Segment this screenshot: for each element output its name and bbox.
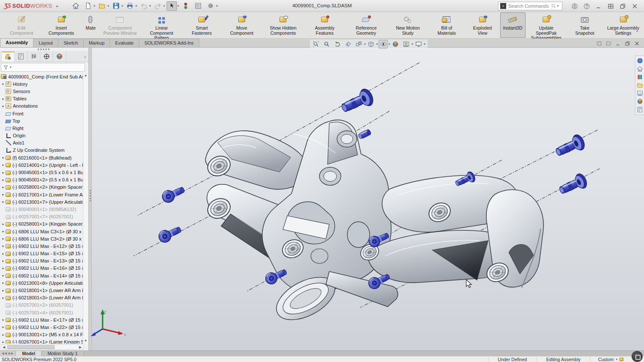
- tree-item[interactable]: ▸ (-) 60258001<2> (Kingpin Spacer): [1, 184, 83, 191]
- doc-close-icon[interactable]: [632, 40, 641, 47]
- design-library-icon[interactable]: [636, 73, 644, 81]
- options-icon[interactable]: [206, 1, 216, 11]
- restore-icon[interactable]: [617, 1, 629, 11]
- tree-item[interactable]: ▸ (-) 60214001<1> (Upright - Left - RX): [1, 161, 83, 169]
- previous-view-icon[interactable]: [333, 40, 342, 48]
- expand-arrow-icon[interactable]: ▸: [1, 259, 6, 263]
- tree-item[interactable]: ▸ (-) 60213001<8> (Upper Articulation -: [1, 279, 83, 287]
- dropdown-caret[interactable]: ▾: [216, 4, 218, 8]
- instant3d-button[interactable]: Instant3D: [500, 12, 526, 38]
- assembly-body[interactable]: [206, 120, 544, 329]
- tree-item[interactable]: ▸ (-) 60213001<7> (Upper Articulation -: [1, 198, 83, 205]
- selection-filter-icon[interactable]: [181, 1, 191, 11]
- account-icon[interactable]: [568, 1, 580, 11]
- tree-item[interactable]: ▸ Front: [1, 110, 83, 117]
- edit-appearance-icon[interactable]: [391, 40, 400, 48]
- tree-item[interactable]: ▸ (-) 60258001<1> (Kingpin Spacer): [1, 220, 83, 228]
- graphics-viewport[interactable]: y x z: [89, 48, 644, 350]
- view-orientation-icon[interactable]: [367, 40, 376, 48]
- tree-item[interactable]: ▸ (-) 60257001<4> (60257001): [1, 309, 83, 316]
- tile-windows-icon[interactable]: [605, 1, 617, 11]
- expand-arrow-icon[interactable]: ▸: [1, 178, 6, 182]
- expand-arrow-icon[interactable]: ▸: [1, 281, 6, 285]
- tree-item[interactable]: ▸ (-) 90013001<1> (M5 x 0.8 x 14 FHCS): [1, 331, 83, 338]
- command-tab[interactable]: Assembly: [0, 38, 33, 47]
- redo-icon[interactable]: [153, 1, 163, 11]
- save-icon[interactable]: [111, 1, 121, 11]
- tree-item[interactable]: ▸ (-) 60217001<1> (Lower Frame Articul: [1, 191, 83, 198]
- tree-item[interactable]: ▸ (-) 6902 LLU Max - E<16> (Ø 15 x Ø 28: [1, 265, 83, 272]
- dropdown-caret[interactable]: ▾: [177, 4, 179, 8]
- tree-item[interactable]: ▸ (-) 90045001<1> (0.5 x 0.6 x 1 Bushing: [1, 169, 83, 176]
- tree-item[interactable]: ▸ (-) 60218001<3> (Lower AR Arm Linka: [1, 294, 83, 302]
- expand-arrow-icon[interactable]: ▸: [1, 252, 6, 256]
- scroll-down-arrow[interactable]: ▼: [83, 338, 88, 344]
- dropdown-caret[interactable]: ▾: [108, 4, 109, 8]
- new-motion-study-button[interactable]: New Motion Study: [387, 12, 428, 38]
- tree-item[interactable]: ▸ (-) 6902 LLU Max - E<14> (Ø 15 x Ø 28: [1, 272, 83, 279]
- headsup-caret[interactable]: ▾: [389, 42, 390, 46]
- insert-components-button[interactable]: Insert Components ▾: [40, 12, 82, 38]
- scroll-up-arrow[interactable]: ▲: [83, 73, 88, 78]
- take-snapshot-button[interactable]: Take Snapshot: [567, 12, 603, 38]
- tree-item[interactable]: ▸ Sensors: [1, 87, 83, 95]
- headsup-caret[interactable]: ▾: [364, 42, 366, 46]
- expand-arrow-icon[interactable]: ▸: [1, 340, 6, 344]
- 3dexperience-icon[interactable]: [636, 57, 644, 65]
- appearances-scenes-icon[interactable]: [636, 97, 644, 106]
- zoom-to-fit-icon[interactable]: [311, 40, 320, 48]
- expand-arrow-icon[interactable]: ▸: [1, 222, 6, 226]
- custom-toolbar-selector[interactable]: Custom ▾: [590, 356, 627, 362]
- tree-item[interactable]: ▸ (f) 60216001<1> (Bulkhead): [1, 154, 83, 161]
- search-commands-box[interactable]: › Search Commands ▾: [498, 2, 562, 10]
- expand-arrow-icon[interactable]: ▸: [1, 171, 6, 175]
- tree-item[interactable]: ▸ (-) 6902 LLU Max - E<13> (Ø 15 x Ø 28: [1, 257, 83, 265]
- select-icon[interactable]: [167, 1, 177, 11]
- scroll-right-arrow[interactable]: ▶: [78, 345, 83, 349]
- command-tab[interactable]: Sketch: [58, 39, 84, 47]
- hide-show-items-icon[interactable]: [379, 40, 388, 48]
- panel-splitter-grip[interactable]: [38, 48, 50, 50]
- solidworks-logo[interactable]: Ʒ5SOLIDWORKS: [4, 2, 52, 9]
- headsup-caret[interactable]: ▾: [424, 42, 425, 46]
- smart-fasteners-button[interactable]: Smart Fasteners: [182, 12, 222, 38]
- dropdown-caret[interactable]: ▾: [136, 4, 137, 8]
- model-tab[interactable]: Motion Study 1: [42, 351, 84, 356]
- dropdown-caret[interactable]: ▾: [94, 4, 95, 8]
- tree-item[interactable]: ▸ (-) 6806 LLU Max C3<2> (Ø 30 x Ø 42: [1, 235, 83, 242]
- expand-arrow-icon[interactable]: ▸: [1, 244, 6, 248]
- file-explorer-icon[interactable]: [636, 81, 644, 89]
- zoom-to-area-icon[interactable]: [322, 40, 331, 48]
- scroll-left-arrow[interactable]: ◀: [1, 345, 6, 349]
- exploded-assembly-3d-scene[interactable]: y x z: [89, 48, 644, 350]
- tree-item[interactable]: ▸ (-) 60257001<2> (60257001): [1, 302, 83, 309]
- tree-item[interactable]: ▸ Annotations: [1, 103, 83, 110]
- featuremanager-tree-tab[interactable]: [2, 51, 15, 62]
- tree-vertical-scrollbar[interactable]: ▲ ▼: [83, 73, 88, 344]
- assembly-features-button[interactable]: Assembly Features ▾: [304, 12, 346, 38]
- logo-flyout-arrow[interactable]: ▸: [56, 4, 58, 8]
- tree-item[interactable]: ▸ (-) 6902 LLU Max - E<17> (Ø 15 x Ø 28: [1, 316, 83, 323]
- reference-geometry-button[interactable]: Reference Geometry ▾: [346, 12, 387, 38]
- displaymanager-tab[interactable]: [53, 51, 66, 62]
- linear-component-pattern-button[interactable]: Linear Component Pattern ▾: [141, 12, 182, 38]
- tree-item[interactable]: ▸ History: [1, 80, 83, 87]
- exploded-view-button[interactable]: Exploded View ▾: [465, 12, 500, 38]
- command-tab[interactable]: Evaluate: [109, 39, 139, 47]
- section-view-icon[interactable]: [343, 40, 352, 48]
- view-palette-icon[interactable]: [636, 89, 644, 97]
- tree-item[interactable]: ▸ (-) 6902 LLU Max - E<22> (Ø 15 x Ø 28: [1, 323, 83, 331]
- search-caret[interactable]: ▾: [557, 4, 559, 8]
- dropdown-caret[interactable]: ▾: [149, 4, 151, 8]
- home-icon[interactable]: [70, 1, 81, 11]
- edit-component-button[interactable]: Edit Component: [3, 12, 40, 38]
- expand-arrow-icon[interactable]: ▸: [1, 325, 6, 329]
- new-document-icon[interactable]: [83, 1, 93, 11]
- help-icon[interactable]: [580, 1, 592, 11]
- expand-arrow-icon[interactable]: ▸: [1, 82, 6, 86]
- scrollbar-thumb[interactable]: [7, 345, 55, 349]
- open-icon[interactable]: [97, 1, 107, 11]
- dimxpertmanager-tab[interactable]: [40, 51, 53, 62]
- dynamic-annotation-views-icon[interactable]: [354, 40, 363, 48]
- expand-arrow-icon[interactable]: ▸: [1, 104, 6, 108]
